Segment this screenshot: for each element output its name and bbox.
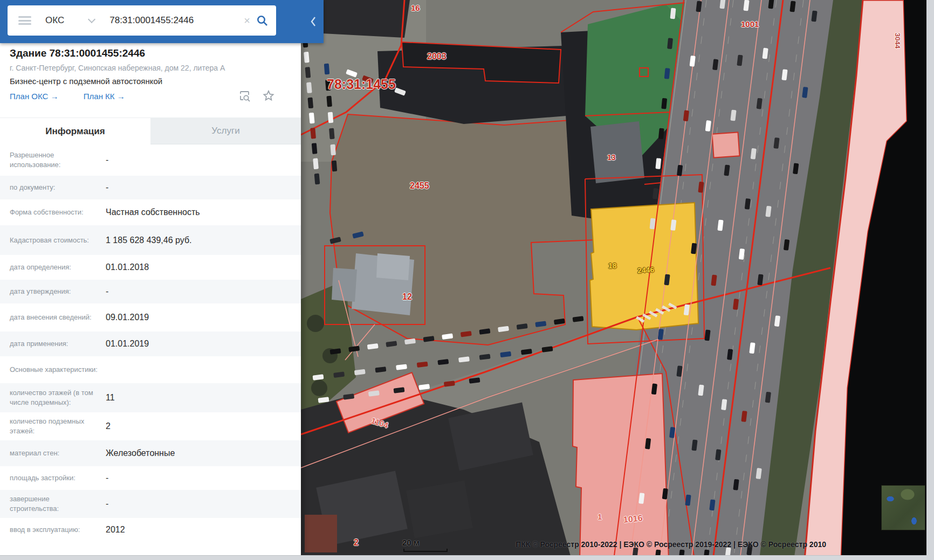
map-label-78311455[interactable]: 78:31:1455	[327, 77, 396, 92]
map-label-2455[interactable]: 2455	[410, 181, 429, 191]
search-icon[interactable]	[256, 14, 269, 27]
search-card: ОКС ×	[8, 5, 276, 36]
map-label-13[interactable]: 13	[607, 153, 616, 162]
building-13	[590, 121, 644, 183]
object-links: План ОКС → План КК →	[10, 92, 148, 101]
info-row: по документу:-	[0, 176, 301, 199]
map-label-1[interactable]: 1	[598, 512, 602, 521]
info-row-value: 11	[106, 393, 115, 403]
app-window: 16200378:31:1455100130441324551218244611…	[0, 0, 934, 560]
object-description: Бизнес-центр с подземной автостоянкой	[10, 77, 162, 86]
locate-on-plan-icon[interactable]	[238, 89, 251, 102]
info-row-label: дата определения:	[10, 262, 100, 272]
info-row-label: Форма собственности:	[10, 208, 100, 217]
building-1016	[573, 374, 669, 560]
map-label-12[interactable]: 12	[402, 292, 412, 302]
top-search-bar: ОКС ×	[0, 0, 324, 43]
map-label-16[interactable]: 16	[411, 3, 420, 12]
object-header: Здание 78:31:0001455:2446 г. Санкт-Петер…	[0, 43, 301, 117]
info-row-label: Кадастровая стоимость:	[10, 236, 100, 245]
info-row-value: 2012	[106, 525, 125, 535]
tab-services[interactable]: Услуги	[150, 118, 301, 144]
overview-inset-map[interactable]	[881, 485, 925, 530]
info-row: дата применения:01.01.2019	[0, 331, 301, 356]
info-row: дата утверждения:-	[0, 280, 301, 303]
info-row-value: 1 185 628 439,46 руб.	[106, 236, 192, 245]
collapse-panel-icon[interactable]	[307, 12, 319, 31]
sidebar-tabs: Информация Услуги	[0, 117, 301, 144]
info-row-label: количество подземных этажей:	[10, 417, 100, 435]
info-row-value: -	[106, 183, 108, 192]
clear-search-icon[interactable]: ×	[244, 15, 250, 26]
map-label-2003[interactable]: 2003	[427, 52, 447, 61]
map-attribution: ПКК © Росреестр 2010-2022 | ЕЭКО © Росре…	[516, 540, 826, 549]
info-row-label: материал стен:	[10, 448, 100, 458]
info-row-label: дата применения:	[10, 339, 100, 349]
map-label-18[interactable]: 18	[608, 261, 617, 270]
info-row-value: 01.01.2018	[106, 262, 149, 272]
page-right-band[interactable]	[926, 0, 934, 560]
info-row-label: дата утверждения:	[10, 287, 100, 296]
info-row: количество этажей (в том числе подземных…	[0, 383, 301, 412]
map-label-3044[interactable]: 3044	[894, 33, 902, 49]
plan-oks-link[interactable]: План ОКС →	[10, 92, 59, 101]
info-row: количество подземных этажей:2	[0, 412, 301, 440]
info-row-label: Основные характеристики:	[10, 365, 100, 375]
info-row-label: количество этажей (в том числе подземных…	[10, 388, 100, 407]
info-row-label: площадь застройки:	[10, 473, 100, 483]
info-row-label: завершение строительства:	[10, 494, 100, 513]
plan-kk-link[interactable]: План КК →	[84, 92, 125, 101]
info-row: ввод в эксплуатацию:2012	[0, 518, 301, 542]
scale-text: 20 м	[402, 538, 420, 547]
favorite-star-icon[interactable]	[262, 89, 275, 102]
menu-hamburger-icon[interactable]	[18, 16, 31, 25]
info-row-value: -	[106, 499, 108, 509]
info-row: площадь застройки:-	[0, 466, 301, 490]
map-scalebar: 20 м	[402, 538, 420, 547]
tab-information[interactable]: Информация	[0, 118, 150, 144]
info-row-value: Железобетонные	[106, 448, 175, 458]
info-row: Кадастровая стоимость:1 185 628 439,46 р…	[0, 225, 301, 255]
search-input[interactable]	[108, 15, 242, 26]
info-table: Разрешенное использование:-по документу:…	[0, 144, 301, 542]
search-category-dropdown[interactable]: ОКС	[45, 15, 94, 26]
object-title: Здание 78:31:0001455:2446	[10, 47, 145, 59]
info-row-label: дата внесения сведений:	[10, 313, 100, 322]
info-row-label: Разрешенное использование:	[10, 150, 100, 169]
info-row: Форма собственности:Частная собственност…	[0, 199, 301, 225]
object-address: г. Санкт-Петербург, Синопская набережная…	[10, 64, 225, 72]
info-row-value: -	[106, 287, 108, 296]
info-row: Основные характеристики:	[0, 356, 301, 383]
info-row: Разрешенное использование:-	[0, 144, 301, 176]
map-label-2[interactable]: 2	[354, 538, 359, 548]
info-sidebar: Здание 78:31:0001455:2446 г. Санкт-Петер…	[0, 0, 301, 555]
info-row: завершение строительства:-	[0, 490, 301, 518]
map-label-2446[interactable]: 2446	[637, 265, 654, 275]
chevron-down-icon	[88, 16, 95, 23]
info-row: дата внесения сведений:09.01.2019	[0, 303, 301, 331]
info-row: материал стен:Железобетонные	[0, 440, 301, 466]
info-row-label: ввод в эксплуатацию:	[10, 525, 100, 535]
info-row-value: -	[106, 155, 108, 165]
info-row-value: -	[106, 473, 108, 483]
page-bottom-band	[0, 555, 934, 560]
info-row-value: Частная собственность	[106, 208, 200, 217]
map-label-1001[interactable]: 1001	[741, 19, 759, 29]
map-label-1016[interactable]: 1016	[623, 513, 643, 525]
info-row: дата определения:01.01.2018	[0, 255, 301, 280]
info-row-label: по документу:	[10, 183, 100, 192]
info-row-value: 2	[106, 421, 111, 431]
search-category-value: ОКС	[45, 15, 64, 26]
info-row-value: 09.01.2019	[106, 313, 149, 322]
info-row-value: 01.01.2019	[106, 339, 149, 349]
